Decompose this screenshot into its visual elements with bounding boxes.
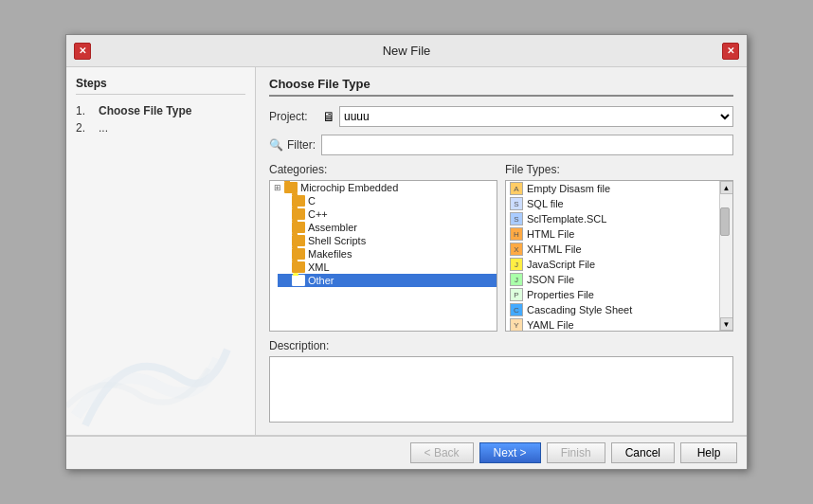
file-type-icon: J [510, 273, 523, 286]
steps-panel: Steps 1. Choose File Type 2. ... [66, 67, 256, 435]
category-label: C [308, 195, 316, 207]
filetypes-section: File Types: A Empty Disasm file S SQL fi… [505, 163, 733, 332]
filetype-label: XHTML File [527, 243, 582, 255]
category-microchip[interactable]: ⊞ Microchip Embedded [270, 181, 497, 194]
category-label: Shell Scripts [308, 235, 366, 246]
filetype-properties[interactable]: P Properties File [506, 287, 719, 302]
categories-label: Categories: [269, 163, 497, 176]
watermark [66, 312, 255, 435]
filetype-label: SclTemplate.SCL [527, 213, 606, 225]
filetype-label: Cascading Style Sheet [527, 304, 632, 315]
filetype-sql[interactable]: S SQL file [506, 196, 719, 211]
category-label: Other [308, 275, 334, 286]
next-button[interactable]: Next > [479, 442, 541, 463]
step-2: 2. ... [76, 121, 245, 135]
file-type-icon: H [510, 227, 523, 241]
filetype-scl[interactable]: S SclTemplate.SCL [506, 211, 719, 226]
file-type-icon: P [510, 288, 523, 301]
category-assembler[interactable]: Assembler [278, 221, 497, 234]
main-content: Steps 1. Choose File Type 2. ... Choose … [66, 67, 747, 436]
filetypes-scrollbar[interactable]: ▲ ▼ [719, 181, 732, 331]
file-type-icon: C [510, 303, 523, 316]
step-1-num: 1. [76, 104, 95, 117]
file-type-icon: A [510, 182, 523, 195]
filetypes-label: File Types: [505, 163, 733, 176]
filetype-label: JavaScript File [527, 259, 595, 270]
category-shell[interactable]: Shell Scripts [278, 234, 497, 247]
bottom-bar: < Back Next > Finish Cancel Help [66, 436, 747, 469]
filetype-js[interactable]: J JavaScript File [506, 257, 719, 272]
category-label: XML [308, 261, 330, 273]
window-close-button[interactable]: ✕ [74, 43, 91, 60]
window-close-button-right[interactable]: ✕ [722, 43, 739, 60]
categories-panel[interactable]: ⊞ Microchip Embedded C C++ [269, 180, 497, 332]
category-cpp[interactable]: C++ [278, 207, 497, 221]
filter-row: 🔍 Filter: [269, 135, 733, 155]
panels-row: Categories: ⊞ Microchip Embedded C [269, 163, 733, 332]
category-xml[interactable]: XML [278, 261, 497, 274]
search-icon: 🔍 [269, 138, 283, 152]
right-panel: Choose File Type Project: 🖥 uuuu 🔍 Filte… [256, 67, 747, 435]
step-1-label: Choose File Type [99, 104, 191, 117]
filetype-label: HTML File [527, 228, 574, 240]
finish-button[interactable]: Finish [547, 442, 605, 463]
filetype-label: Properties File [527, 289, 594, 300]
step-1: 1. Choose File Type [76, 104, 245, 117]
categories-section: Categories: ⊞ Microchip Embedded C [269, 163, 497, 332]
project-row: Project: 🖥 uuuu [269, 106, 733, 127]
file-type-icon: S [510, 197, 523, 210]
file-type-icon: X [510, 243, 523, 256]
filetype-yaml[interactable]: Y YAML File [506, 317, 719, 332]
project-icon: 🖥 [322, 109, 335, 124]
step-2-num: 2. [76, 121, 95, 135]
file-type-icon: S [510, 212, 523, 225]
filetype-css[interactable]: C Cascading Style Sheet [506, 302, 719, 317]
new-file-window: ✕ New File ✕ Steps 1. Choose File Type 2… [65, 34, 748, 470]
help-button[interactable]: Help [680, 442, 737, 463]
category-label: Assembler [308, 222, 357, 233]
file-type-icon: Y [510, 318, 523, 332]
category-label: Microchip Embedded [300, 182, 398, 193]
step-2-label: ... [99, 121, 108, 135]
filetype-label: SQL file [527, 198, 564, 209]
back-button[interactable]: < Back [410, 442, 474, 463]
filetype-label: YAML File [527, 319, 574, 331]
filetype-label: Empty Disasm file [527, 183, 610, 194]
filetypes-inner: A Empty Disasm file S SQL file S SclTemp… [506, 181, 719, 332]
folder-icon [292, 261, 305, 273]
category-makefiles[interactable]: Makefiles [278, 247, 497, 261]
cancel-button[interactable]: Cancel [611, 442, 675, 463]
category-label: Makefiles [308, 248, 352, 260]
filetype-xhtml[interactable]: X XHTML File [506, 242, 719, 257]
project-select[interactable]: uuuu [339, 106, 733, 127]
folder-icon [292, 275, 305, 286]
filetype-disasm[interactable]: A Empty Disasm file [506, 181, 719, 196]
window-title: New File [383, 44, 431, 58]
filetype-html[interactable]: H HTML File [506, 226, 719, 242]
description-label: Description: [269, 339, 733, 352]
filetypes-panel[interactable]: A Empty Disasm file S SQL file S SclTemp… [505, 180, 733, 332]
section-title: Choose File Type [269, 77, 733, 97]
category-c[interactable]: C [278, 194, 497, 207]
steps-heading: Steps [76, 77, 245, 95]
description-section: Description: [269, 339, 733, 425]
filetype-json[interactable]: J JSON File [506, 272, 719, 287]
title-bar-left: ✕ [74, 43, 91, 60]
filter-input[interactable] [321, 135, 733, 155]
title-bar: ✕ New File ✕ [66, 35, 747, 67]
scroll-up-arrow[interactable]: ▲ [720, 181, 733, 194]
file-type-icon: J [510, 258, 523, 271]
project-label: Project: [269, 110, 316, 123]
scroll-down-arrow[interactable]: ▼ [720, 317, 733, 331]
filetype-label: JSON File [527, 274, 574, 285]
filter-label: 🔍 Filter: [269, 138, 316, 152]
description-textarea[interactable] [269, 356, 733, 423]
scroll-thumb[interactable] [720, 207, 730, 236]
category-other[interactable]: Other [278, 274, 497, 287]
category-label: C++ [308, 208, 328, 220]
expand-icon: ⊞ [274, 183, 281, 192]
